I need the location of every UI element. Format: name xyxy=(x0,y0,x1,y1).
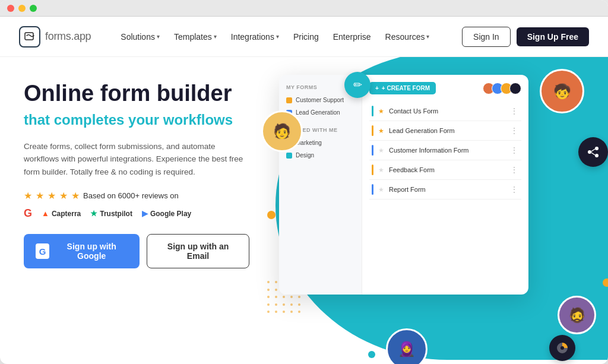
chart-icon-button xyxy=(549,335,575,361)
svg-line-5 xyxy=(591,153,595,155)
signup-email-button[interactable]: Sign up with an Email xyxy=(147,234,249,268)
form-item-leadgen[interactable]: ★ Lead Generation Form ⋮ xyxy=(369,121,521,141)
sidebar-item-label: Customer Support xyxy=(296,97,344,103)
signup-email-label: Sign up with an Email xyxy=(159,242,237,261)
person-image-3: 🧔 xyxy=(559,297,594,333)
person-avatar-1: 🧑 xyxy=(261,110,303,152)
form-item-contact[interactable]: ★ Contact Us Form ⋮ xyxy=(369,102,521,121)
chevron-down-icon: ▾ xyxy=(214,33,217,40)
person-image-4: 🧕 xyxy=(388,330,426,364)
badges-row: G ▲ Capterra ★ Trustpilot ▶ Google Play xyxy=(24,207,249,220)
g2-icon: G xyxy=(24,207,32,220)
nav-integrations[interactable]: Integrations ▾ xyxy=(225,29,285,45)
person-image-2: 🧒 xyxy=(542,71,582,112)
person-image-1: 🧑 xyxy=(263,112,301,150)
titlebar xyxy=(0,0,608,17)
signup-button[interactable]: Sign Up Free xyxy=(517,27,589,46)
star-icon: ★ xyxy=(378,186,384,194)
nav-enterprise[interactable]: Enterprise xyxy=(327,29,377,45)
form-color-bar xyxy=(372,184,373,195)
hero-subtitle: that completes your workflows xyxy=(24,112,249,128)
badge-googleplay: ▶ Google Play xyxy=(142,209,191,218)
svg-line-4 xyxy=(591,149,595,151)
nav-resources[interactable]: Resources ▾ xyxy=(379,29,436,45)
star-2: ★ xyxy=(36,190,44,201)
chevron-down-icon: ▾ xyxy=(426,33,429,40)
form-color-bar xyxy=(372,145,373,156)
star-3: ★ xyxy=(48,190,56,201)
more-options-icon[interactable]: ⋮ xyxy=(510,126,519,135)
more-options-icon[interactable]: ⋮ xyxy=(510,145,519,155)
signup-google-label: Sign up with Google xyxy=(55,242,128,261)
logo-icon xyxy=(19,26,40,48)
badge-capterra: ▲ Capterra xyxy=(42,209,81,218)
signup-google-button[interactable]: G Sign up with Google xyxy=(24,234,140,268)
browser-window: forms.app Solutions ▾ Templates ▾ Integr… xyxy=(0,0,608,364)
form-item-report[interactable]: ★ Report Form ⋮ xyxy=(369,180,521,200)
teal-dot xyxy=(368,351,375,358)
form-color-bar xyxy=(372,164,373,175)
stars-row: ★ ★ ★ ★ ★ Based on 6000+ reviews on xyxy=(24,190,249,201)
create-form-button[interactable]: + + CREATE FORM xyxy=(369,82,436,94)
star-icon: ★ xyxy=(378,127,384,135)
maximize-dot[interactable] xyxy=(30,5,37,12)
trustpilot-icon: ★ xyxy=(90,209,97,218)
capterra-label: Capterra xyxy=(52,210,81,218)
hero-right: MY FORMS Customer Support Lead Generatio… xyxy=(273,57,608,364)
cta-row: G Sign up with Google Sign up with an Em… xyxy=(24,234,249,268)
hero-left: Online form builder that completes your … xyxy=(0,57,273,364)
nav-solutions[interactable]: Solutions ▾ xyxy=(115,29,166,45)
googleplay-icon: ▶ xyxy=(142,209,148,218)
star-icon: ★ xyxy=(378,166,384,174)
person-avatar-3: 🧔 xyxy=(558,296,596,334)
svg-point-3 xyxy=(595,154,598,157)
chevron-down-icon: ▾ xyxy=(276,33,279,40)
orbit-dot-1 xyxy=(267,211,276,219)
star-icon: ★ xyxy=(378,107,384,115)
form-color-bar xyxy=(372,125,373,136)
form-color-bar xyxy=(372,106,373,116)
star-5: ★ xyxy=(71,190,80,201)
logo-text: forms.app xyxy=(45,30,91,43)
googleplay-label: Google Play xyxy=(150,210,191,218)
share-icon-button xyxy=(578,137,608,167)
pencil-icon: ✏ xyxy=(353,78,362,91)
app-sidebar: MY FORMS Customer Support Lead Generatio… xyxy=(279,75,362,295)
more-options-icon[interactable]: ⋮ xyxy=(510,185,519,194)
sidebar-item-label: Design xyxy=(296,152,314,159)
navbar: forms.app Solutions ▾ Templates ▾ Integr… xyxy=(0,17,608,57)
review-text: Based on 6000+ reviews on xyxy=(83,191,179,200)
trustpilot-label: Trustpilot xyxy=(100,210,132,218)
hero-title: Online form builder xyxy=(24,81,249,107)
svg-point-1 xyxy=(595,147,598,150)
signin-button[interactable]: Sign In xyxy=(462,27,511,47)
star-1: ★ xyxy=(24,190,32,201)
content-header: + + CREATE FORM xyxy=(369,82,521,94)
svg-point-2 xyxy=(588,150,591,154)
create-form-label: + CREATE FORM xyxy=(382,85,430,91)
sidebar-item-customer-support[interactable]: Customer Support xyxy=(279,94,362,106)
form-name: Report Form xyxy=(389,186,505,193)
hero-description: Create forms, collect form submissions, … xyxy=(24,140,243,179)
form-item-feedback[interactable]: ★ Feedback Form ⋮ xyxy=(369,160,521,180)
more-options-icon[interactable]: ⋮ xyxy=(510,165,519,175)
nav-templates[interactable]: Templates ▾ xyxy=(168,29,223,45)
form-name: Contact Us Form xyxy=(389,107,505,115)
nav-pricing[interactable]: Pricing xyxy=(287,29,325,45)
google-icon: G xyxy=(36,243,49,259)
avatar-group xyxy=(486,83,521,94)
more-options-icon[interactable]: ⋮ xyxy=(510,106,519,116)
chevron-down-icon: ▾ xyxy=(157,33,160,40)
minimize-dot[interactable] xyxy=(18,5,26,12)
person-avatar-2: 🧒 xyxy=(540,69,584,113)
form-item-customer-info[interactable]: ★ Customer Information Form ⋮ xyxy=(369,141,521,160)
app-mockup: MY FORMS Customer Support Lead Generatio… xyxy=(279,75,528,295)
main-content: Online form builder that completes your … xyxy=(0,57,608,364)
avatar-4 xyxy=(509,83,521,94)
logo[interactable]: forms.app xyxy=(19,26,91,48)
badge-g2: G xyxy=(24,207,32,220)
close-dot[interactable] xyxy=(7,5,14,12)
sidebar-item-design[interactable]: Design xyxy=(279,149,362,162)
folder-icon-yellow xyxy=(286,97,292,103)
star-4: ★ xyxy=(59,190,68,201)
